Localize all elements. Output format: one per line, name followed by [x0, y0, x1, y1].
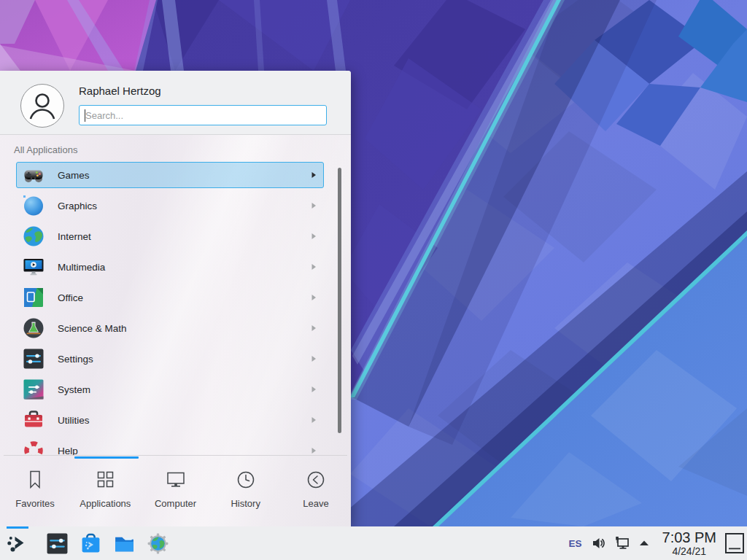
chevron-right-icon: [310, 355, 317, 362]
network-icon[interactable]: [614, 534, 631, 552]
tab-label: Favorites: [15, 498, 54, 509]
user-icon: [21, 85, 63, 127]
tab-label: Applications: [80, 498, 131, 509]
monitor-play-icon: [23, 256, 44, 278]
clock-time: 7:03 PM: [662, 530, 716, 545]
documents-icon: [23, 287, 44, 308]
tab-favorites[interactable]: Favorites: [0, 459, 70, 526]
chevron-right-icon: [310, 416, 317, 424]
menu-item-label: Help: [58, 446, 310, 456]
menu-item-help[interactable]: Help: [16, 438, 324, 455]
leave-icon: [305, 469, 327, 491]
computer-icon: [165, 469, 187, 491]
menu-item-office[interactable]: Office: [16, 284, 324, 311]
globe-icon: [23, 225, 44, 247]
bookmark-icon: [24, 469, 46, 491]
menu-item-label: Internet: [58, 231, 310, 242]
file-manager-taskbar-icon[interactable]: [107, 526, 141, 560]
user-avatar[interactable]: [20, 84, 64, 128]
grid-icon: [94, 469, 116, 491]
expand-tray-icon[interactable]: [638, 537, 651, 550]
footer-divider: [4, 455, 347, 456]
menu-item-system[interactable]: System: [16, 376, 324, 402]
menu-item-games[interactable]: Games: [16, 162, 324, 188]
sliders-dark-icon: [23, 348, 44, 370]
tab-label: Leave: [303, 498, 328, 509]
application-category-list: Games Graphics: [0, 160, 351, 455]
menu-item-label: Science & Math: [58, 323, 310, 334]
blue-sphere-icon: [23, 195, 44, 217]
tab-history[interactable]: History: [211, 459, 281, 526]
menu-item-label: Settings: [58, 354, 310, 365]
menu-item-label: Games: [58, 170, 310, 181]
system-settings-taskbar-icon[interactable]: [40, 526, 74, 560]
menu-item-label: Multimedia: [58, 262, 310, 273]
menu-footer-tabs: Favorites Applications Comp: [0, 459, 351, 526]
menu-item-graphics[interactable]: Graphics: [16, 192, 324, 219]
digital-clock[interactable]: 7:03 PM 4/24/21: [662, 530, 716, 556]
menu-item-internet[interactable]: Internet: [16, 223, 324, 249]
web-browser-taskbar-icon[interactable]: [141, 526, 174, 560]
flask-icon: [23, 317, 44, 339]
chevron-right-icon: [310, 386, 317, 393]
menu-item-label: Office: [58, 292, 310, 303]
text-cursor: [85, 109, 85, 122]
chevron-right-icon: [310, 171, 317, 179]
chevron-right-icon: [310, 324, 317, 332]
chevron-right-icon: [310, 233, 317, 240]
clock-date: 4/24/21: [662, 546, 716, 556]
menu-item-multimedia[interactable]: Multimedia: [16, 254, 324, 280]
tab-label: History: [231, 498, 260, 509]
menu-item-science-math[interactable]: Science & Math: [16, 315, 324, 341]
kali-launcher-icon: [6, 532, 28, 554]
launcher-active-indicator: [7, 526, 28, 529]
user-name: Raphael Hertzog: [79, 85, 161, 97]
clock-icon: [235, 469, 257, 491]
tab-applications[interactable]: Applications: [70, 459, 140, 526]
chevron-right-icon: [310, 263, 317, 271]
chevron-right-icon: [310, 447, 317, 454]
toolbox-icon: [23, 409, 44, 431]
gamepad-icon: [23, 164, 44, 186]
section-label: All Applications: [14, 144, 77, 155]
menu-header: Raphael Hertzog: [0, 71, 351, 135]
search-box[interactable]: [79, 105, 327, 125]
volume-icon[interactable]: [591, 535, 607, 551]
application-launcher-button[interactable]: [0, 526, 34, 560]
show-desktop-button[interactable]: [722, 526, 747, 560]
tab-label: Computer: [155, 498, 196, 509]
lifebuoy-icon: [23, 440, 44, 455]
menu-item-settings[interactable]: Settings: [16, 346, 324, 372]
discover-store-taskbar-icon[interactable]: [74, 526, 107, 560]
application-launcher-menu: Raphael Hertzog All Applications: [0, 71, 351, 526]
menu-item-utilities[interactable]: Utilities: [16, 407, 324, 433]
keyboard-layout-indicator[interactable]: ES: [567, 538, 584, 549]
chevron-right-icon: [310, 202, 317, 209]
menu-item-label: System: [58, 384, 310, 395]
menu-item-label: Utilities: [58, 415, 310, 426]
show-desktop-icon: [724, 532, 746, 554]
taskbar: ES 7:03 PM 4/24/21: [0, 526, 747, 560]
sliders-color-icon: [23, 378, 44, 400]
tab-computer[interactable]: Computer: [140, 459, 210, 526]
list-scrollbar[interactable]: [338, 168, 341, 433]
menu-item-label: Graphics: [58, 201, 310, 211]
tab-leave[interactable]: Leave: [281, 459, 351, 526]
system-tray: ES: [567, 534, 651, 552]
chevron-right-icon: [310, 294, 317, 301]
search-input[interactable]: [80, 106, 326, 125]
